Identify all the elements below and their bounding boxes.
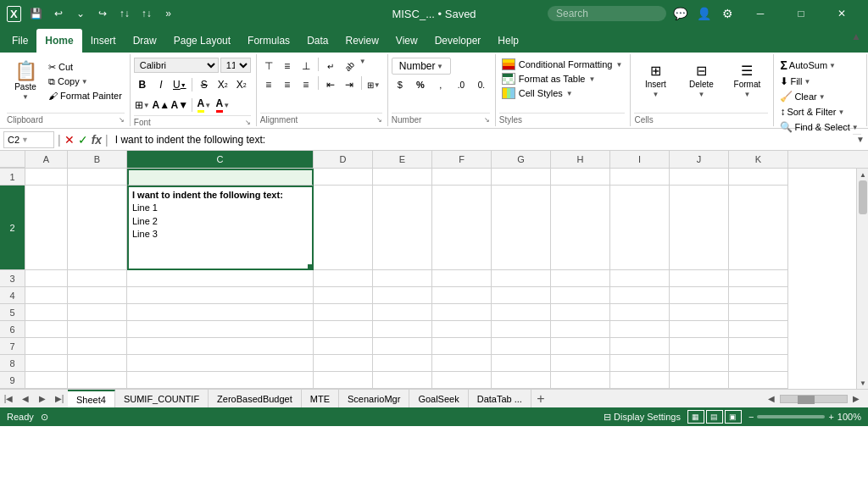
- font-name-select[interactable]: Calibri: [134, 58, 219, 73]
- h-scroll-thumb[interactable]: [798, 396, 815, 404]
- underline-button[interactable]: U ▼: [171, 76, 188, 93]
- cell-a2[interactable]: [25, 186, 68, 270]
- name-box-arrow[interactable]: ▼: [21, 136, 29, 144]
- number-expand-icon[interactable]: ↘: [484, 116, 490, 124]
- tab-help[interactable]: Help: [489, 29, 527, 53]
- tab-developer[interactable]: Developer: [426, 29, 490, 53]
- cell-f4[interactable]: [432, 287, 492, 304]
- cell-i8[interactable]: [610, 355, 670, 372]
- scroll-thumb[interactable]: [859, 180, 867, 214]
- col-header-k[interactable]: K: [729, 151, 788, 168]
- find-select-button[interactable]: 🔍 Find & Select ▼: [777, 120, 860, 134]
- insert-button[interactable]: ⊞ Insert ▼: [634, 58, 676, 105]
- save-button[interactable]: 💾: [26, 3, 47, 24]
- col-header-j[interactable]: J: [670, 151, 729, 168]
- cell-j9[interactable]: [670, 372, 729, 389]
- copy-button[interactable]: ⧉ Copy ▼: [46, 75, 125, 88]
- cut-button[interactable]: ✂ Cut: [46, 61, 125, 74]
- cell-h5[interactable]: [551, 304, 610, 321]
- cell-e4[interactable]: [373, 287, 432, 304]
- sheet-tab-datatable[interactable]: DataTab ...: [469, 390, 531, 408]
- tab-page-layout[interactable]: Page Layout: [165, 29, 239, 53]
- cell-d6[interactable]: [314, 321, 373, 338]
- cell-k1[interactable]: [729, 169, 788, 186]
- cell-d8[interactable]: [314, 355, 373, 372]
- col-header-b[interactable]: B: [68, 151, 127, 168]
- cell-c2[interactable]: I want to indent the following text: Lin…: [127, 186, 314, 270]
- format-button[interactable]: ☰ Format ▼: [726, 58, 768, 105]
- format-painter-button[interactable]: 🖌 Format Painter: [46, 90, 125, 102]
- thousands-button[interactable]: ,: [432, 76, 449, 93]
- cell-g2[interactable]: [492, 186, 551, 270]
- borders-button[interactable]: ⊞ ▼: [134, 97, 151, 114]
- cell-i4[interactable]: [610, 287, 670, 304]
- row-num-6[interactable]: 6: [0, 321, 25, 338]
- tab-file[interactable]: File: [3, 29, 36, 53]
- col-header-a[interactable]: A: [25, 151, 68, 168]
- cell-k5[interactable]: [729, 304, 788, 321]
- h-scroll-right[interactable]: ▶: [848, 390, 865, 408]
- col-header-e[interactable]: E: [373, 151, 432, 168]
- row-num-4[interactable]: 4: [0, 287, 25, 304]
- cell-i3[interactable]: [610, 270, 670, 287]
- cell-c9[interactable]: [127, 372, 314, 389]
- cell-d1[interactable]: [314, 169, 373, 186]
- cell-e2[interactable]: [373, 186, 432, 270]
- col-header-f[interactable]: F: [432, 151, 492, 168]
- cell-h3[interactable]: [551, 270, 610, 287]
- cell-g4[interactable]: [492, 287, 551, 304]
- wrap-text-button[interactable]: ↵: [322, 58, 339, 75]
- scroll-up-button[interactable]: ▲: [857, 169, 868, 180]
- clear-button[interactable]: 🧹 Clear ▼: [777, 90, 827, 103]
- sort-filter-button[interactable]: ↕ Sort & Filter ▼: [777, 105, 847, 119]
- display-settings-button[interactable]: ⊟ Display Settings: [604, 412, 681, 423]
- cell-b3[interactable]: [68, 270, 127, 287]
- cell-j8[interactable]: [670, 355, 729, 372]
- number-format-dropdown[interactable]: Number ▼: [392, 58, 451, 75]
- zoom-out-button[interactable]: −: [748, 412, 754, 422]
- cell-h7[interactable]: [551, 338, 610, 355]
- fill-color-button[interactable]: A ▼: [196, 97, 213, 114]
- cell-d4[interactable]: [314, 287, 373, 304]
- sheet-nav-last[interactable]: ▶|: [51, 390, 68, 408]
- cell-b2[interactable]: [68, 186, 127, 270]
- increase-font-button[interactable]: A▲: [153, 97, 170, 114]
- font-expand-icon[interactable]: ↘: [245, 119, 251, 126]
- close-button[interactable]: ✕: [822, 0, 861, 27]
- cell-e6[interactable]: [373, 321, 432, 338]
- cell-j2[interactable]: [670, 186, 729, 270]
- cell-d5[interactable]: [314, 304, 373, 321]
- cell-b5[interactable]: [68, 304, 127, 321]
- cell-j6[interactable]: [670, 321, 729, 338]
- strikethrough-button[interactable]: S: [196, 76, 213, 93]
- settings-button[interactable]: ⚙: [717, 3, 737, 24]
- redo-button[interactable]: ↪: [92, 3, 113, 24]
- cell-g5[interactable]: [492, 304, 551, 321]
- orientation-button[interactable]: ab: [337, 54, 361, 78]
- scroll-down-button[interactable]: ▼: [857, 377, 868, 389]
- tab-draw[interactable]: Draw: [125, 29, 165, 53]
- cell-b1[interactable]: [68, 169, 127, 186]
- ribbon-collapse-button[interactable]: ▲: [848, 27, 865, 44]
- clipboard-expand-icon[interactable]: ↘: [119, 116, 125, 124]
- cell-k4[interactable]: [729, 287, 788, 304]
- cell-e7[interactable]: [373, 338, 432, 355]
- cell-g6[interactable]: [492, 321, 551, 338]
- comments-button[interactable]: 💬: [670, 3, 690, 24]
- cell-k7[interactable]: [729, 338, 788, 355]
- cell-i9[interactable]: [610, 372, 670, 389]
- tab-review[interactable]: Review: [337, 29, 387, 53]
- decrease-indent-button[interactable]: ⇤: [322, 76, 339, 93]
- cell-i5[interactable]: [610, 304, 670, 321]
- superscript-button[interactable]: X2: [214, 76, 231, 93]
- bottom-align-button[interactable]: ⊥: [298, 58, 314, 75]
- cell-k9[interactable]: [729, 372, 788, 389]
- tab-home[interactable]: Home: [36, 29, 81, 53]
- sheet-nav-next[interactable]: ▶: [34, 390, 51, 408]
- undo-button[interactable]: ↩: [48, 3, 69, 24]
- bold-button[interactable]: B: [134, 76, 151, 93]
- cell-a3[interactable]: [25, 270, 68, 287]
- paste-button[interactable]: 📋 Paste ▼: [7, 58, 44, 105]
- cell-k3[interactable]: [729, 270, 788, 287]
- row-num-1[interactable]: 1: [0, 169, 25, 186]
